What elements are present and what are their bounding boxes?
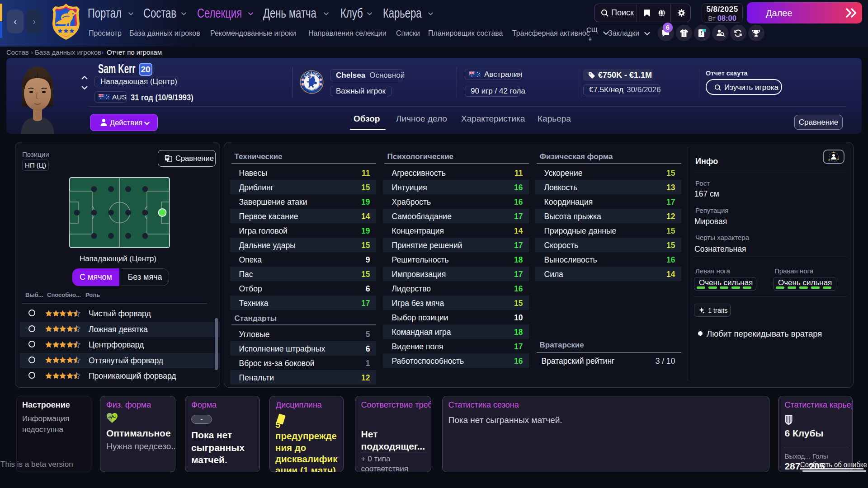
svg-text:!: !: [701, 31, 702, 36]
